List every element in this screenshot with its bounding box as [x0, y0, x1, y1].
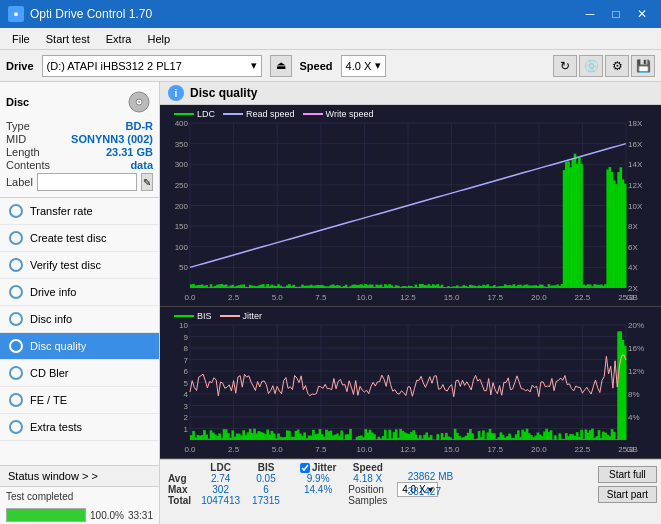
top-chart-area: LDC Read speed Write speed: [160, 105, 661, 307]
app-icon: ●: [8, 6, 24, 22]
sidebar-item-disc-info[interactable]: Disc info: [0, 306, 159, 333]
disc-panel: Disc Type BD-R MID SONYNN3 (002) Length …: [0, 82, 159, 198]
speed-label: Speed: [300, 60, 333, 72]
bottom-chart-canvas: [160, 307, 661, 458]
title-controls: ─ □ ✕: [579, 5, 653, 23]
bottom-legend: BIS Jitter: [174, 311, 262, 321]
progress-bar: [6, 508, 86, 522]
minimize-button[interactable]: ─: [579, 5, 601, 23]
svg-point-2: [138, 101, 140, 103]
disc-contents-row: Contents data: [6, 159, 153, 171]
stats-header-row: LDC BIS Jitter Speed: [164, 462, 442, 473]
speed-val: 4.18 X: [353, 473, 382, 484]
close-button[interactable]: ✕: [631, 5, 653, 23]
samples-value: 381427: [408, 486, 454, 497]
refresh-icon[interactable]: ↻: [553, 55, 577, 77]
disc-info-icon: [8, 311, 24, 327]
legend-ldc: LDC: [174, 109, 215, 119]
status-window-button[interactable]: Status window > >: [0, 466, 159, 487]
menu-help[interactable]: Help: [139, 31, 178, 47]
jitter-header-text: Jitter: [312, 462, 336, 473]
disc-label-key: Label: [6, 176, 33, 188]
sidebar-item-cd-bler[interactable]: CD Bler: [0, 360, 159, 387]
drive-label: Drive: [6, 60, 34, 72]
disc-icon[interactable]: 💿: [579, 55, 603, 77]
progress-text: 100.0%: [90, 510, 124, 521]
total-bis: 17315: [246, 495, 286, 506]
menu-extra[interactable]: Extra: [98, 31, 140, 47]
read-speed-legend-label: Read speed: [246, 109, 295, 119]
disc-length-value: 23.31 GB: [106, 146, 153, 158]
speed-display: 4.18 X: [342, 473, 393, 484]
disc-contents-label: Contents: [6, 159, 50, 171]
sidebar-item-create-test-disc[interactable]: Create test disc: [0, 225, 159, 252]
status-text: Test completed: [6, 491, 73, 502]
fe-te-icon: [8, 392, 24, 408]
save-icon[interactable]: 💾: [631, 55, 655, 77]
legend-bis: BIS: [174, 311, 212, 321]
stats-bis-header: BIS: [246, 462, 286, 473]
title-bar: ● Opti Drive Control 1.70 ─ □ ✕: [0, 0, 661, 28]
jitter-checkbox[interactable]: [300, 463, 310, 473]
sidebar-item-disc-quality[interactable]: Disc quality: [0, 333, 159, 360]
charts-container: LDC Read speed Write speed: [160, 105, 661, 524]
drive-selector[interactable]: (D:) ATAPI iHBS312 2 PL17 ▾: [42, 55, 262, 77]
avg-label: Avg: [164, 473, 195, 484]
drive-dropdown-arrow: ▾: [251, 59, 257, 72]
legend-write-speed: Write speed: [303, 109, 374, 119]
disc-label-edit-button[interactable]: ✎: [141, 173, 153, 191]
progress-bar-area: 100.0% 33:31: [0, 506, 159, 524]
sidebar-status-area: Status window > > Test completed 100.0% …: [0, 465, 159, 524]
nav-label-disc-info: Disc info: [30, 313, 72, 325]
nav-label-fe-te: FE / TE: [30, 394, 67, 406]
start-part-button[interactable]: Start part: [598, 486, 657, 503]
avg-jitter: 9.9%: [294, 473, 342, 484]
position-samples: 23862 MB 381427: [408, 471, 454, 497]
max-jitter: 14.4%: [294, 484, 342, 495]
stats-content: LDC BIS Jitter Speed: [164, 462, 657, 506]
sidebar-item-fe-te[interactable]: FE / TE: [0, 387, 159, 414]
nav-label-create-test-disc: Create test disc: [30, 232, 106, 244]
sidebar-item-verify-test-disc[interactable]: Verify test disc: [0, 252, 159, 279]
disc-label-input[interactable]: [37, 173, 137, 191]
stats-ldc-header: LDC: [195, 462, 246, 473]
nav-label-verify-test-disc: Verify test disc: [30, 259, 101, 271]
disc-quality-header: i Disc quality: [160, 82, 661, 105]
stats-jitter-header-label: Jitter: [294, 462, 342, 473]
menu-start-test[interactable]: Start test: [38, 31, 98, 47]
write-speed-legend-label: Write speed: [326, 109, 374, 119]
ldc-legend-color: [174, 113, 194, 115]
app-title: Opti Drive Control 1.70: [30, 7, 152, 21]
eject-button[interactable]: ⏏: [270, 55, 292, 77]
disc-type-row: Type BD-R: [6, 120, 153, 132]
drive-info-icon: [8, 284, 24, 300]
nav-label-transfer-rate: Transfer rate: [30, 205, 93, 217]
speed-selector[interactable]: 4.0 X ▾: [341, 55, 387, 77]
start-full-button[interactable]: Start full: [598, 466, 657, 483]
disc-mid-label: MID: [6, 133, 26, 145]
menu-file[interactable]: File: [4, 31, 38, 47]
disc-contents-value: data: [130, 159, 153, 171]
sidebar-item-drive-info[interactable]: Drive info: [0, 279, 159, 306]
top-legend: LDC Read speed Write speed: [174, 109, 373, 119]
settings-icon[interactable]: ⚙: [605, 55, 629, 77]
drive-bar: Drive (D:) ATAPI iHBS312 2 PL17 ▾ ⏏ Spee…: [0, 50, 661, 82]
jitter-legend-color: [220, 315, 240, 317]
ldc-legend-label: LDC: [197, 109, 215, 119]
time-text: 33:31: [128, 510, 153, 521]
maximize-button[interactable]: □: [605, 5, 627, 23]
avg-bis: 0.05: [246, 473, 286, 484]
max-label: Max: [164, 484, 195, 495]
progress-area: Test completed: [0, 487, 159, 506]
nav-label-cd-bler: CD Bler: [30, 367, 69, 379]
speed-value: 4.0 X: [346, 60, 372, 72]
stats-bar: LDC BIS Jitter Speed: [160, 459, 661, 524]
sidebar-item-transfer-rate[interactable]: Transfer rate: [0, 198, 159, 225]
disc-length-row: Length 23.31 GB: [6, 146, 153, 158]
create-test-disc-icon: [8, 230, 24, 246]
sidebar-item-extra-tests[interactable]: Extra tests: [0, 414, 159, 441]
stats-speed-header: Speed: [342, 462, 393, 473]
legend-jitter: Jitter: [220, 311, 263, 321]
read-speed-legend-color: [223, 113, 243, 115]
disc-image-icon: [125, 88, 153, 116]
